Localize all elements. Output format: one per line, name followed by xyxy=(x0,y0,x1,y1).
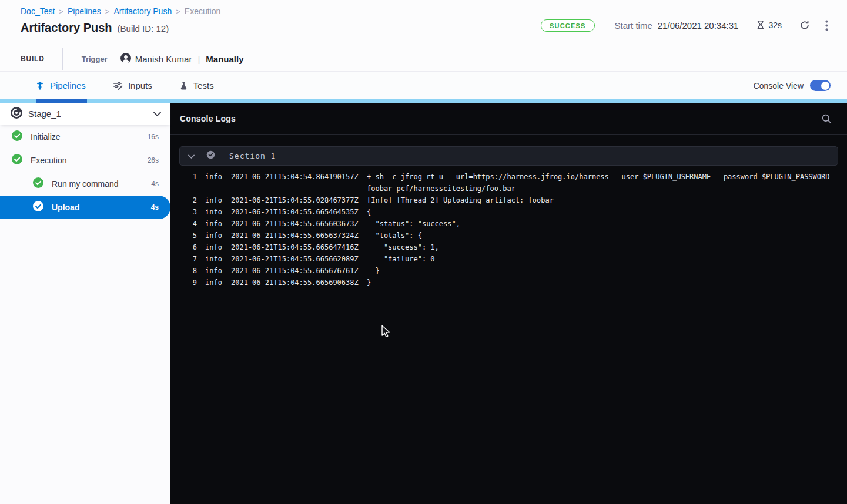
log-message: "failure": 0 xyxy=(367,253,835,265)
log-timestamp: 2021-06-21T15:04:55.665676761Z xyxy=(231,265,359,277)
log-timestamp: 2021-06-21T15:04:54.864190157Z xyxy=(231,171,359,194)
log-level: info xyxy=(205,241,223,253)
trigger-user-name: Manish Kumar xyxy=(135,54,192,64)
log-level: info xyxy=(205,194,223,206)
vertical-divider xyxy=(62,48,63,70)
step-label: Execution xyxy=(31,156,66,165)
log-line: 3 info 2021-06-21T15:04:55.665464535Z { xyxy=(185,206,835,218)
refresh-icon xyxy=(799,20,810,31)
sidebar-step[interactable]: Execution 26s xyxy=(0,149,170,172)
console-panel: Console Logs Section 1 1 info 2021-06-21… xyxy=(170,103,847,504)
log-level: info xyxy=(205,253,223,265)
user-avatar-icon xyxy=(120,53,131,65)
log-line: 2 info 2021-06-21T15:04:55.028467377Z [I… xyxy=(185,194,835,206)
log-line-number: 4 xyxy=(185,218,197,230)
pipe-separator: | xyxy=(197,54,200,64)
sidebar-step[interactable]: Run my command 4s xyxy=(0,172,170,196)
breadcrumb-separator: > xyxy=(105,7,110,16)
log-url-link[interactable]: https://harness.jfrog.io/harness xyxy=(473,173,609,181)
step-label: Initialize xyxy=(31,132,61,142)
check-circle-icon xyxy=(33,177,43,190)
execution-header: Doc_Test > Pipelines > Artifactory Push … xyxy=(0,0,847,72)
log-level: info xyxy=(205,206,223,218)
log-timestamp: 2021-06-21T15:04:55.665690638Z xyxy=(231,277,359,288)
log-line: 4 info 2021-06-21T15:04:55.665603673Z "s… xyxy=(185,218,835,230)
log-timestamp: 2021-06-21T15:04:55.665647416Z xyxy=(231,241,359,253)
trigger-label: Trigger xyxy=(82,55,108,63)
refresh-button[interactable] xyxy=(797,18,812,33)
log-message-wrap: foobar pcf/harnesscitesting/foo.bar xyxy=(367,183,835,194)
stage-icon xyxy=(11,107,22,121)
chevron-down-icon xyxy=(188,151,195,162)
log-timestamp: 2021-06-21T15:04:55.665603673Z xyxy=(231,218,359,230)
console-logs-title: Console Logs xyxy=(180,114,236,123)
tab-bar: Pipelines Inputs Tests Console View xyxy=(0,72,847,99)
step-duration: 16s xyxy=(148,133,159,141)
log-message: "totals": { xyxy=(367,230,835,241)
sidebar-step[interactable]: Initialize 16s xyxy=(0,125,170,149)
log-level: info xyxy=(205,218,223,230)
breadcrumb-link-pipeline[interactable]: Artifactory Push xyxy=(113,6,172,16)
page-title: Artifactory Push xyxy=(21,21,112,35)
log-line: 6 info 2021-06-21T15:04:55.665647416Z "s… xyxy=(185,241,835,253)
hourglass-icon xyxy=(756,20,765,31)
stage-name: Stage_1 xyxy=(28,109,61,119)
tab-label: Inputs xyxy=(128,80,152,90)
log-message: "status": "success", xyxy=(367,218,835,230)
build-label: BUILD xyxy=(21,55,45,63)
breadcrumb-link-project[interactable]: Doc_Test xyxy=(21,6,55,16)
start-time-label: Start time xyxy=(615,21,652,31)
log-line: 7 info 2021-06-21T15:04:55.665662089Z "f… xyxy=(185,253,835,265)
log-line-number: 1 xyxy=(185,171,197,194)
log-line: 5 info 2021-06-21T15:04:55.665637324Z "t… xyxy=(185,230,835,241)
sidebar-step[interactable]: Upload 4s xyxy=(0,196,170,219)
log-level: info xyxy=(205,171,223,194)
step-label: Run my command xyxy=(52,179,119,189)
log-line: 8 info 2021-06-21T15:04:55.665676761Z } xyxy=(185,265,835,277)
log-message: "success": 1, xyxy=(367,241,835,253)
more-options-button[interactable] xyxy=(823,18,831,33)
log-message: } xyxy=(367,265,835,277)
log-level: info xyxy=(205,277,223,288)
tab-pipelines[interactable]: Pipelines xyxy=(35,72,86,99)
breadcrumb-separator: > xyxy=(176,7,180,16)
breadcrumb: Doc_Test > Pipelines > Artifactory Push … xyxy=(21,6,829,16)
log-level: info xyxy=(205,230,223,241)
tab-tests[interactable]: Tests xyxy=(179,72,214,99)
trigger-type: Manually xyxy=(206,54,243,64)
log-line-number: 5 xyxy=(185,230,197,241)
tab-inputs[interactable]: Inputs xyxy=(113,72,152,99)
check-circle-icon xyxy=(12,130,22,143)
check-circle-icon xyxy=(12,154,22,167)
log-timestamp: 2021-06-21T15:04:55.665637324Z xyxy=(231,230,359,241)
step-duration: 4s xyxy=(151,180,159,188)
duration-value: 32s xyxy=(768,21,782,30)
build-id-label: (Build ID: 12) xyxy=(118,23,169,33)
console-view-label: Console View xyxy=(754,81,804,90)
stage-selector[interactable]: Stage_1 xyxy=(0,103,170,125)
log-timestamp: 2021-06-21T15:04:55.665464535Z xyxy=(231,206,359,218)
log-lines: 1 info 2021-06-21T15:04:54.864190157Z + … xyxy=(170,166,847,288)
section-label: Section 1 xyxy=(229,152,276,160)
log-message: [Info] [Thread 2] Uploading artifact: fo… xyxy=(367,194,835,206)
status-badge: SUCCESS xyxy=(541,19,595,32)
check-circle-icon xyxy=(206,150,215,162)
chevron-down-icon xyxy=(153,109,161,119)
log-section-header[interactable]: Section 1 xyxy=(179,146,838,166)
search-logs-button[interactable] xyxy=(819,111,834,126)
log-line-number: 3 xyxy=(185,206,197,218)
stage-sidebar: Stage_1 Initialize 16s Execution 26s Run… xyxy=(0,103,170,504)
console-view-toggle[interactable] xyxy=(810,80,831,91)
step-list: Initialize 16s Execution 26s Run my comm… xyxy=(0,125,170,219)
tab-label: Tests xyxy=(193,80,214,90)
pipeline-icon xyxy=(35,81,45,90)
tab-label: Pipelines xyxy=(50,80,86,90)
log-line-number: 7 xyxy=(185,253,197,265)
inputs-icon xyxy=(113,80,123,90)
start-time-value: 21/06/2021 20:34:31 xyxy=(658,21,739,31)
log-line-number: 8 xyxy=(185,265,197,277)
kebab-icon xyxy=(825,20,828,31)
log-line-number: 6 xyxy=(185,241,197,253)
log-timestamp: 2021-06-21T15:04:55.028467377Z xyxy=(231,194,359,206)
breadcrumb-link-pipelines[interactable]: Pipelines xyxy=(68,6,101,16)
